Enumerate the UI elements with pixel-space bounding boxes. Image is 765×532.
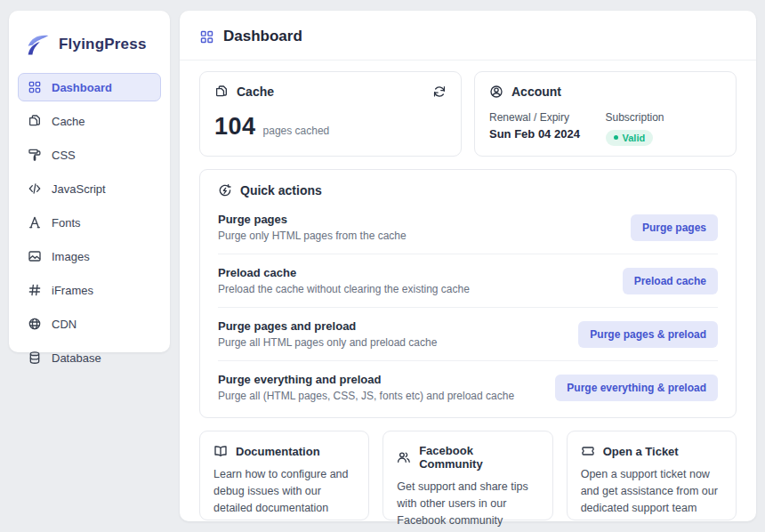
quick-actions-card: Quick actions Purge pages Purge only HTM… [199,169,737,418]
quick-action-row-purge-pages: Purge pages Purge only HTML pages from t… [218,201,718,254]
action-title: Purge pages [218,213,631,226]
stat-cards-row: Cache 104 pages cached Account [199,71,737,157]
main-content: Cache 104 pages cached Account [180,60,756,520]
sidebar-item-database[interactable]: Database [18,343,161,372]
resource-cards-row: Documentation Learn how to configure and… [199,431,737,520]
quick-actions-header: Quick actions [218,183,718,197]
sidebar-item-label: Fonts [52,216,81,230]
book-icon [213,444,228,458]
page-header: Dashboard [180,11,756,60]
open-ticket-card[interactable]: Open a Ticket Open a support ticket now … [567,431,737,520]
pages-icon [28,114,42,128]
account-card-header: Account [489,85,721,99]
action-title: Purge pages and preload [218,319,578,333]
user-circle-icon [489,85,503,99]
letter-a-icon [28,215,42,230]
account-card: Account Renewal / Expiry Sun Feb 04 2024… [474,71,737,157]
documentation-card[interactable]: Documentation Learn how to configure and… [199,431,369,520]
purge-everything-preload-button[interactable]: Purge everything & preload [555,375,718,401]
brand-name: FlyingPress [59,36,147,53]
sidebar-nav: Dashboard Cache CSS JavaScript Fonts Ima… [9,73,170,372]
open-ticket-description: Open a support ticket now and get assist… [581,466,722,516]
cache-card-title: Cache [237,85,274,99]
users-icon [397,450,411,464]
flyingpress-dashboard-page: FlyingPress Dashboard Cache CSS JavaScri… [0,0,765,532]
sidebar-item-label: CSS [52,149,76,162]
quick-actions-title: Quick actions [240,183,322,197]
sidebar-item-fonts[interactable]: Fonts [18,208,161,237]
image-icon [28,249,42,263]
subscription-status-text: Valid [623,133,646,143]
sidebar-item-css[interactable]: CSS [18,141,161,169]
page-title: Dashboard [223,28,302,45]
sidebar-item-label: Images [52,250,90,263]
hash-icon [28,283,42,297]
sidebar-item-label: Cache [52,115,85,128]
sidebar-item-label: Database [52,351,101,365]
sidebar-item-label: Dashboard [52,81,112,94]
grid-icon [28,80,42,94]
renewal-column: Renewal / Expiry Sun Feb 04 2024 [489,111,606,146]
account-details: Renewal / Expiry Sun Feb 04 2024 Subscri… [489,111,721,146]
subscription-label: Subscription [606,111,722,124]
preload-cache-button[interactable]: Preload cache [623,268,718,294]
refresh-icon[interactable] [432,85,447,99]
brand-logo: FlyingPress [9,25,170,73]
database-icon [28,351,42,365]
action-description: Preload the cache without clearing the e… [218,283,623,295]
pages-cached-count: 104 [214,113,256,141]
renewal-value: Sun Feb 04 2024 [489,127,606,141]
paint-roller-icon [28,148,42,162]
sidebar-item-label: CDN [52,318,76,331]
facebook-community-title: Facebook Community [419,444,538,471]
sidebar-item-javascript[interactable]: JavaScript [18,174,161,203]
quick-action-row-purge-everything-preload: Purge everything and preload Purge all (… [218,361,718,414]
subscription-status-badge: Valid [606,130,654,146]
quick-action-row-purge-pages-preload: Purge pages and preload Purge all HTML p… [218,308,718,361]
sidebar-item-iframes[interactable]: iFrames [18,276,161,304]
cache-card: Cache 104 pages cached [199,71,462,157]
action-title: Purge everything and preload [218,373,555,386]
purge-pages-button[interactable]: Purge pages [631,214,718,241]
code-icon [28,181,42,196]
purge-pages-preload-button[interactable]: Purge pages & preload [578,321,718,348]
open-ticket-title: Open a Ticket [603,445,679,458]
flyingpress-wing-icon [25,32,52,57]
action-description: Purge all (HTML pages, CSS, JS, fonts et… [218,390,555,402]
main-panel: Dashboard Cache 104 pages cached [180,11,756,521]
sidebar-item-label: iFrames [52,284,93,297]
renewal-label: Renewal / Expiry [489,111,606,124]
cache-card-header: Cache [214,85,447,99]
facebook-community-description: Get support and share tips with other us… [397,479,538,528]
documentation-description: Learn how to configure and debug issues … [213,466,355,516]
status-dot-icon [614,135,618,140]
cache-stat: 104 pages cached [214,113,447,141]
action-title: Preload cache [218,266,623,279]
grid-icon [199,29,214,44]
globe-icon [28,317,42,331]
sidebar-item-dashboard[interactable]: Dashboard [18,73,161,101]
action-description: Purge all HTML pages only and preload ca… [218,336,578,349]
sidebar: FlyingPress Dashboard Cache CSS JavaScri… [9,11,170,352]
account-card-title: Account [511,85,561,99]
pages-icon [214,85,229,99]
ticket-icon [581,444,595,458]
subscription-column: Subscription Valid [606,111,722,146]
sidebar-item-label: JavaScript [52,182,106,196]
facebook-community-card[interactable]: Facebook Community Get support and share… [382,431,552,520]
action-description: Purge only HTML pages from the cache [218,230,631,242]
sidebar-item-images[interactable]: Images [18,242,161,270]
pages-cached-caption: pages cached [263,125,330,137]
documentation-title: Documentation [236,445,320,458]
sidebar-item-cache[interactable]: Cache [18,107,161,135]
quick-action-row-preload-cache: Preload cache Preload the cache without … [218,254,718,308]
sidebar-item-cdn[interactable]: CDN [18,310,161,338]
bolt-refresh-icon [218,183,232,197]
